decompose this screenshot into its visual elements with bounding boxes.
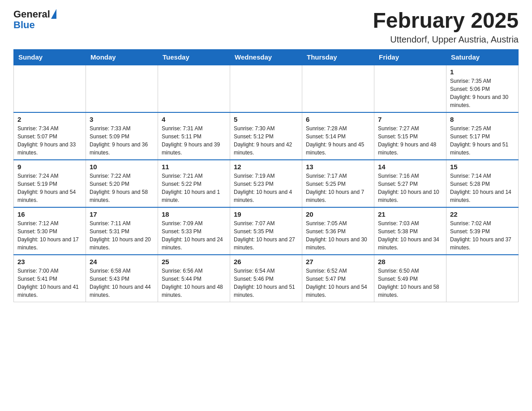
day-info: Sunrise: 6:54 AMSunset: 5:46 PMDaylight:…	[234, 267, 298, 299]
weekday-header-monday: Monday	[86, 49, 158, 65]
calendar-day-cell: 8Sunrise: 7:25 AMSunset: 5:17 PMDaylight…	[446, 112, 519, 160]
day-number: 11	[162, 163, 226, 171]
day-info: Sunrise: 7:24 AMSunset: 5:19 PMDaylight:…	[17, 172, 82, 204]
location-subtitle: Uttendorf, Upper Austria, Austria	[373, 34, 519, 45]
calendar-day-cell: 26Sunrise: 6:54 AMSunset: 5:46 PMDayligh…	[230, 255, 302, 302]
calendar-day-cell: 18Sunrise: 7:09 AMSunset: 5:33 PMDayligh…	[158, 207, 230, 255]
day-info: Sunrise: 7:28 AMSunset: 5:14 PMDaylight:…	[306, 124, 370, 157]
day-number: 7	[378, 116, 442, 123]
calendar-day-cell: 12Sunrise: 7:19 AMSunset: 5:23 PMDayligh…	[230, 160, 302, 207]
day-number: 22	[450, 210, 515, 218]
day-info: Sunrise: 7:14 AMSunset: 5:28 PMDaylight:…	[450, 172, 515, 204]
calendar-week-row: 16Sunrise: 7:12 AMSunset: 5:30 PMDayligh…	[14, 207, 519, 255]
logo: General Blue	[13, 9, 56, 30]
calendar-day-cell	[86, 65, 158, 112]
day-info: Sunrise: 7:05 AMSunset: 5:36 PMDaylight:…	[306, 219, 370, 252]
calendar-week-row: 23Sunrise: 7:00 AMSunset: 5:41 PMDayligh…	[14, 255, 519, 302]
day-number: 6	[306, 116, 370, 123]
day-info: Sunrise: 7:27 AMSunset: 5:15 PMDaylight:…	[378, 124, 442, 157]
day-info: Sunrise: 7:30 AMSunset: 5:12 PMDaylight:…	[234, 124, 298, 157]
calendar-header: SundayMondayTuesdayWednesdayThursdayFrid…	[14, 49, 519, 65]
calendar-day-cell: 1Sunrise: 7:35 AMSunset: 5:06 PMDaylight…	[446, 65, 519, 112]
calendar-body: 1Sunrise: 7:35 AMSunset: 5:06 PMDaylight…	[14, 65, 519, 302]
day-number: 14	[378, 163, 442, 171]
calendar-day-cell: 24Sunrise: 6:58 AMSunset: 5:43 PMDayligh…	[86, 255, 158, 302]
day-info: Sunrise: 7:12 AMSunset: 5:30 PMDaylight:…	[17, 219, 82, 252]
day-info: Sunrise: 7:00 AMSunset: 5:41 PMDaylight:…	[17, 267, 82, 299]
day-number: 10	[90, 163, 154, 171]
month-title: February 2025	[373, 9, 519, 33]
day-number: 12	[234, 163, 298, 171]
page-header: General Blue February 2025 Uttendorf, Up…	[13, 9, 519, 45]
title-area: February 2025 Uttendorf, Upper Austria, …	[373, 9, 519, 45]
calendar-week-row: 9Sunrise: 7:24 AMSunset: 5:19 PMDaylight…	[14, 160, 519, 207]
day-info: Sunrise: 7:17 AMSunset: 5:25 PMDaylight:…	[306, 172, 370, 204]
weekday-header-saturday: Saturday	[446, 49, 519, 65]
day-number: 2	[17, 116, 82, 123]
day-number: 26	[234, 258, 298, 265]
calendar-day-cell: 9Sunrise: 7:24 AMSunset: 5:19 PMDaylight…	[14, 160, 86, 207]
calendar-day-cell: 5Sunrise: 7:30 AMSunset: 5:12 PMDaylight…	[230, 112, 302, 160]
weekday-header-sunday: Sunday	[14, 49, 86, 65]
calendar-day-cell: 2Sunrise: 7:34 AMSunset: 5:07 PMDaylight…	[14, 112, 86, 160]
day-number: 24	[90, 258, 154, 265]
weekday-header-friday: Friday	[374, 49, 446, 65]
day-info: Sunrise: 7:33 AMSunset: 5:09 PMDaylight:…	[90, 124, 154, 157]
calendar-day-cell	[14, 65, 86, 112]
day-info: Sunrise: 7:11 AMSunset: 5:31 PMDaylight:…	[90, 219, 154, 252]
calendar-day-cell: 22Sunrise: 7:02 AMSunset: 5:39 PMDayligh…	[446, 207, 519, 255]
calendar-day-cell: 6Sunrise: 7:28 AMSunset: 5:14 PMDaylight…	[302, 112, 374, 160]
day-number: 8	[450, 116, 515, 123]
day-number: 9	[17, 163, 82, 171]
day-number: 21	[378, 210, 442, 218]
calendar-day-cell	[446, 255, 519, 302]
day-number: 16	[17, 210, 82, 218]
calendar-day-cell: 19Sunrise: 7:07 AMSunset: 5:35 PMDayligh…	[230, 207, 302, 255]
day-number: 1	[450, 68, 515, 76]
calendar-day-cell: 3Sunrise: 7:33 AMSunset: 5:09 PMDaylight…	[86, 112, 158, 160]
day-number: 3	[90, 116, 154, 123]
day-info: Sunrise: 7:03 AMSunset: 5:38 PMDaylight:…	[378, 219, 442, 252]
logo-general-text: General	[13, 9, 50, 20]
calendar-day-cell	[158, 65, 230, 112]
day-number: 17	[90, 210, 154, 218]
calendar-day-cell: 20Sunrise: 7:05 AMSunset: 5:36 PMDayligh…	[302, 207, 374, 255]
day-info: Sunrise: 7:19 AMSunset: 5:23 PMDaylight:…	[234, 172, 298, 204]
calendar-day-cell: 17Sunrise: 7:11 AMSunset: 5:31 PMDayligh…	[86, 207, 158, 255]
calendar-table: SundayMondayTuesdayWednesdayThursdayFrid…	[13, 49, 519, 302]
day-info: Sunrise: 7:02 AMSunset: 5:39 PMDaylight:…	[450, 219, 515, 252]
day-number: 13	[306, 163, 370, 171]
calendar-day-cell	[230, 65, 302, 112]
logo-triangle-icon	[51, 9, 56, 19]
day-info: Sunrise: 7:16 AMSunset: 5:27 PMDaylight:…	[378, 172, 442, 204]
day-number: 4	[162, 116, 226, 123]
day-number: 15	[450, 163, 515, 171]
day-info: Sunrise: 6:50 AMSunset: 5:49 PMDaylight:…	[378, 267, 442, 299]
day-number: 25	[162, 258, 226, 265]
calendar-week-row: 1Sunrise: 7:35 AMSunset: 5:06 PMDaylight…	[14, 65, 519, 112]
day-info: Sunrise: 7:25 AMSunset: 5:17 PMDaylight:…	[450, 124, 515, 157]
calendar-day-cell: 27Sunrise: 6:52 AMSunset: 5:47 PMDayligh…	[302, 255, 374, 302]
day-info: Sunrise: 6:58 AMSunset: 5:43 PMDaylight:…	[90, 267, 154, 299]
calendar-day-cell: 16Sunrise: 7:12 AMSunset: 5:30 PMDayligh…	[14, 207, 86, 255]
calendar-day-cell	[374, 65, 446, 112]
calendar-day-cell: 21Sunrise: 7:03 AMSunset: 5:38 PMDayligh…	[374, 207, 446, 255]
calendar-day-cell: 23Sunrise: 7:00 AMSunset: 5:41 PMDayligh…	[14, 255, 86, 302]
calendar-day-cell: 15Sunrise: 7:14 AMSunset: 5:28 PMDayligh…	[446, 160, 519, 207]
logo-blue-text: Blue	[13, 20, 56, 30]
calendar-day-cell	[302, 65, 374, 112]
day-number: 20	[306, 210, 370, 218]
calendar-day-cell: 10Sunrise: 7:22 AMSunset: 5:20 PMDayligh…	[86, 160, 158, 207]
weekday-header-wednesday: Wednesday	[230, 49, 302, 65]
day-number: 27	[306, 258, 370, 265]
day-info: Sunrise: 6:56 AMSunset: 5:44 PMDaylight:…	[162, 267, 226, 299]
day-number: 18	[162, 210, 226, 218]
day-info: Sunrise: 7:35 AMSunset: 5:06 PMDaylight:…	[450, 77, 515, 109]
day-info: Sunrise: 7:07 AMSunset: 5:35 PMDaylight:…	[234, 219, 298, 252]
calendar-day-cell: 14Sunrise: 7:16 AMSunset: 5:27 PMDayligh…	[374, 160, 446, 207]
day-info: Sunrise: 7:09 AMSunset: 5:33 PMDaylight:…	[162, 219, 226, 252]
day-number: 28	[378, 258, 442, 265]
day-info: Sunrise: 6:52 AMSunset: 5:47 PMDaylight:…	[306, 267, 370, 299]
calendar-day-cell: 11Sunrise: 7:21 AMSunset: 5:22 PMDayligh…	[158, 160, 230, 207]
day-number: 19	[234, 210, 298, 218]
